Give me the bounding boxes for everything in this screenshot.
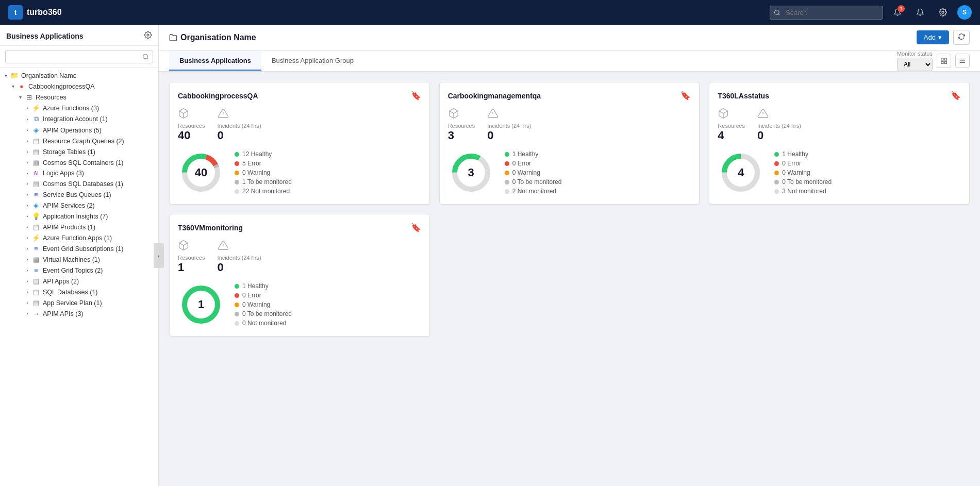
sidebar-settings-icon[interactable] <box>144 31 152 41</box>
card-header: T360VMmonitoring 🔖 <box>178 223 421 232</box>
legend-item: 1 To be monitored <box>235 178 292 186</box>
alert-triangle-icon <box>218 108 261 122</box>
svg-rect-9 <box>944 61 946 63</box>
sidebar-item-app-service-plan[interactable]: › ▤ App Service Plan (1) <box>0 297 158 308</box>
legend-label: 0 Warning <box>512 169 540 176</box>
sidebar: Business Applications ▾ 📁 Organi <box>0 25 159 486</box>
sidebar-item-logic-apps[interactable]: › AI Logic Apps (3) <box>0 168 158 178</box>
sidebar-item-apim-services[interactable]: › ◈ APIM Services (2) <box>0 200 158 211</box>
sidebar-tree: ▾ 📁 Organisation Name ▾ ● Cabbookingproc… <box>0 68 158 486</box>
legend-label: 0 Error <box>242 292 261 299</box>
tree-item-label: Event Grid Topics (2) <box>43 267 103 274</box>
card-view-button[interactable] <box>937 54 951 68</box>
tree-item-label: Azure Function Apps (1) <box>43 234 112 242</box>
legend: 12 Healthy 5 Error 0 Warning 1 To be mon… <box>235 150 292 195</box>
tab-business-application-group[interactable]: Business Application Group <box>261 52 364 71</box>
incidents-label: Incidents (24 hrs) <box>757 123 801 129</box>
sidebar-item-event-grid-subs[interactable]: › ≡ Event Grid Subscriptions (1) <box>0 243 158 254</box>
add-button[interactable]: Add ▾ <box>917 30 949 44</box>
monitor-status-select[interactable]: All <box>897 58 933 71</box>
incidents-label: Incidents (24 hrs) <box>487 123 531 129</box>
alerts-button[interactable] <box>912 4 928 21</box>
sidebar-item-apim-apis[interactable]: › → APIM APIs (3) <box>0 308 158 319</box>
settings-button[interactable] <box>935 4 951 21</box>
donut-label: 40 <box>195 166 207 179</box>
chevron-right-icon: › <box>24 105 31 112</box>
legend-dot <box>235 312 239 316</box>
donut-label: 3 <box>468 166 474 179</box>
sidebar-search-input[interactable] <box>5 50 153 63</box>
legend-dot <box>774 189 779 194</box>
sql-icon: ▤ <box>32 288 40 296</box>
legend-item: 1 Healthy <box>774 150 832 158</box>
sidebar-item-resources[interactable]: ▾ ⊞ Resources <box>0 92 158 103</box>
tabs-row: Business Applications Business Applicati… <box>159 51 980 72</box>
notifications-button[interactable]: 1 <box>889 4 906 21</box>
card-title: T360LAsstatus <box>718 92 769 100</box>
sidebar-item-service-bus[interactable]: › ≡ Service Bus Queues (1) <box>0 189 158 200</box>
legend-dot <box>235 171 239 175</box>
card-body: 1 1 Healthy 0 Error 0 Warning 0 To be mo… <box>178 281 421 328</box>
sidebar-item-azure-function-apps[interactable]: › ⚡ Azure Function Apps (1) <box>0 232 158 243</box>
chevron-right-icon: › <box>24 148 31 156</box>
refresh-button[interactable] <box>953 30 970 45</box>
app-logo[interactable]: t turbo360 <box>8 5 62 20</box>
sidebar-item-storage-tables[interactable]: › ▤ Storage Tables (1) <box>0 146 158 157</box>
card-header: T360LAsstatus 🔖 <box>718 91 961 100</box>
tab-business-applications[interactable]: Business Applications <box>169 52 261 71</box>
tree-item-label: Event Grid Subscriptions (1) <box>43 245 123 253</box>
sidebar-item-app-insights[interactable]: › 💡 Application Insights (7) <box>0 211 158 222</box>
chevron-right-icon: › <box>24 191 31 198</box>
incidents-count: 0 <box>218 261 261 274</box>
folder-icon: 📁 <box>10 72 19 79</box>
logo-icon: t <box>8 5 23 20</box>
card-body: 3 1 Healthy 0 Error 0 Warning 0 To be mo… <box>448 149 691 196</box>
bookmark-icon[interactable]: 🔖 <box>680 91 691 100</box>
sidebar-item-azure-functions[interactable]: › ⚡ Azure Functions (3) <box>0 103 158 113</box>
chevron-right-icon: › <box>24 170 31 177</box>
app-service-icon: ▤ <box>32 299 40 307</box>
legend-dot <box>774 161 779 166</box>
resources-count: 1 <box>178 261 205 274</box>
legend: 1 Healthy 0 Error 0 Warning 0 To be moni… <box>235 282 292 327</box>
bookmark-icon[interactable]: 🔖 <box>411 223 421 232</box>
list-view-button[interactable] <box>955 54 970 68</box>
legend-item: 0 To be monitored <box>505 178 562 186</box>
chevron-right-icon: › <box>24 289 31 296</box>
service-bus-icon: ≡ <box>32 191 40 198</box>
bookmark-icon[interactable]: 🔖 <box>411 91 421 100</box>
cosmos-icon: ▤ <box>32 159 40 166</box>
sidebar-item-apim-products[interactable]: › ▤ APIM Products (1) <box>0 222 158 232</box>
legend-item: 1 Healthy <box>235 282 292 290</box>
sidebar-item-virtual-machines[interactable]: › ▤ Virtual Machines (1) <box>0 254 158 265</box>
sidebar-item-cosmos-containers[interactable]: › ▤ Cosmos SQL Containers (1) <box>0 157 158 168</box>
sidebar-item-app[interactable]: ▾ ● CabbookingprocessQA <box>0 81 158 92</box>
sidebar-item-org[interactable]: ▾ 📁 Organisation Name <box>0 70 158 81</box>
card-header: Carbookingmanagementqa 🔖 <box>448 91 691 100</box>
card-card2: Carbookingmanagementqa 🔖 Resources 3 <box>439 82 700 205</box>
legend: 1 Healthy 0 Error 0 Warning 0 To be moni… <box>505 150 562 195</box>
sidebar-item-integration-account[interactable]: › ⧉ Integration Account (1) <box>0 113 158 125</box>
logic-apps-icon: AI <box>32 171 40 176</box>
avatar[interactable]: S <box>957 5 972 20</box>
sidebar-item-resource-graph[interactable]: › ▤ Resource Graph Queries (2) <box>0 136 158 146</box>
incidents-label: Incidents (24 hrs) <box>218 123 261 129</box>
main-content: Organisation Name Add ▾ Business <box>159 25 980 486</box>
card-title: T360VMmonitoring <box>178 224 243 232</box>
chevron-down-icon: ▾ <box>938 33 942 41</box>
resources-count: 3 <box>448 129 475 142</box>
chevron-down-icon: ▾ <box>16 94 24 101</box>
tree-item-label: API Apps (2) <box>43 278 79 285</box>
sidebar-item-apim-operations[interactable]: › ◈ APIM Operations (5) <box>0 125 158 136</box>
sidebar-collapse-button[interactable]: ‹ <box>154 243 164 268</box>
legend-label: 0 Error <box>782 160 801 167</box>
apim-products-icon: ▤ <box>32 223 40 231</box>
search-input[interactable] <box>770 6 883 20</box>
sidebar-item-sql-databases[interactable]: › ▤ SQL Databases (1) <box>0 287 158 297</box>
sidebar-item-api-apps[interactable]: › ▤ API Apps (2) <box>0 276 158 287</box>
bookmark-icon[interactable]: 🔖 <box>951 91 961 100</box>
card-card1: CabbookingprocessQA 🔖 Resources 40 <box>169 82 430 205</box>
sidebar-item-cosmos-db[interactable]: › ▤ Cosmos SQL Databases (1) <box>0 178 158 189</box>
sidebar-item-event-grid-topics[interactable]: › ≡ Event Grid Topics (2) <box>0 265 158 276</box>
legend-item: 2 Not monitored <box>505 188 562 195</box>
